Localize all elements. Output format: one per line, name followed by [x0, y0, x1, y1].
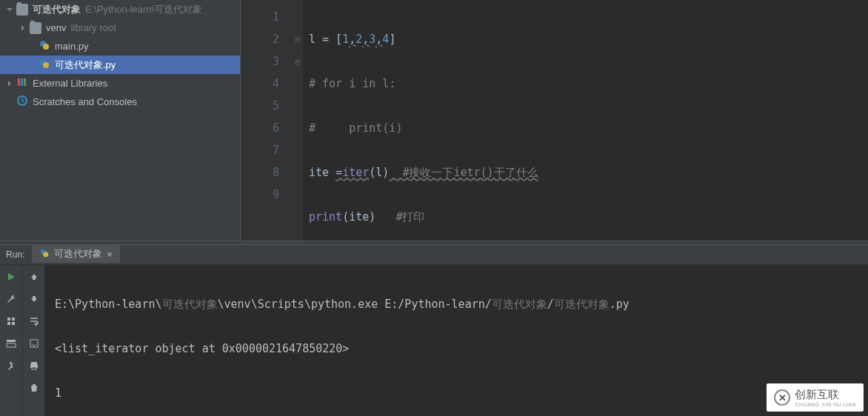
- svg-rect-6: [24, 78, 26, 86]
- console-line: E:\Python-learn\可迭代对象\venv\Scripts\pytho…: [55, 293, 858, 315]
- venv-label: venv: [46, 22, 66, 33]
- gutter-fold-marks[interactable]: ⊟ ⊟: [293, 0, 303, 241]
- watermark-text: 创新互联: [795, 388, 856, 402]
- console-line: <list_iterator object at 0x0000021647850…: [55, 338, 858, 360]
- python-file-icon: [39, 248, 50, 261]
- watermark: ✕ 创新互联 CHUANG XIN HU LIAN: [767, 383, 864, 412]
- line-gutter: 123456789: [241, 0, 293, 241]
- run-toolbar-left: [0, 265, 22, 416]
- svg-point-1: [43, 44, 49, 50]
- console-output[interactable]: E:\Python-learn\可迭代对象\venv\Scripts\pytho…: [44, 265, 868, 416]
- folder-icon: [16, 4, 28, 16]
- svg-rect-12: [7, 322, 10, 325]
- libraries-icon: [16, 76, 28, 90]
- svg-rect-4: [18, 78, 20, 86]
- tree-file-main[interactable]: main.py: [0, 37, 240, 56]
- watermark-logo-icon: ✕: [774, 389, 790, 406]
- file-main-label: main.py: [55, 41, 89, 52]
- dots-icon[interactable]: [5, 315, 17, 327]
- chevron-right-icon[interactable]: [18, 24, 28, 32]
- scratch-icon: [16, 95, 28, 109]
- chevron-right-icon[interactable]: [4, 80, 15, 87]
- run-tab-label: 可迭代对象: [54, 247, 102, 261]
- svg-rect-11: [12, 318, 15, 321]
- chevron-down-icon[interactable]: [4, 6, 15, 13]
- fold-start-icon[interactable]: ⊟: [293, 28, 303, 50]
- root-folder-path: E:\Python-learn\可迭代对象: [85, 3, 202, 16]
- up-arrow-icon[interactable]: [28, 271, 40, 283]
- run-tab[interactable]: 可迭代对象 ×: [32, 245, 120, 264]
- console-line: 1: [55, 382, 858, 404]
- scratch-label: Scratches and Consoles: [33, 96, 137, 107]
- wrench-icon[interactable]: [5, 293, 17, 305]
- code-area[interactable]: l = [1,2,3,4] # for i in l: # print(i) i…: [303, 0, 868, 241]
- root-folder-name: 可迭代对象: [33, 3, 81, 16]
- code-editor[interactable]: 123456789 ⊟ ⊟ l = [1,2,3,4] # for i in l…: [240, 0, 868, 241]
- close-icon[interactable]: ×: [107, 249, 113, 260]
- tree-scratches[interactable]: Scratches and Consoles: [0, 93, 240, 111]
- code-line: ite =iter(l) #接收一下ietr()干了什么: [309, 161, 868, 184]
- svg-rect-15: [7, 343, 16, 347]
- svg-rect-17: [31, 362, 37, 364]
- tree-external-libs[interactable]: External Libraries: [0, 74, 240, 93]
- svg-rect-14: [7, 340, 16, 342]
- svg-point-9: [44, 252, 49, 257]
- run-toolbar-right: [22, 265, 44, 416]
- run-icon[interactable]: [5, 271, 17, 283]
- code-line: print(ite) #打印: [309, 206, 868, 228]
- tree-venv[interactable]: venv library root: [0, 19, 240, 37]
- trash-icon[interactable]: [28, 382, 40, 394]
- python-file-icon: [39, 39, 50, 53]
- code-line: # for i in l:: [309, 73, 868, 95]
- python-file-icon: [39, 58, 50, 72]
- run-tabs-header: Run: 可迭代对象 ×: [0, 245, 868, 265]
- svg-rect-5: [21, 78, 23, 86]
- code-line: # print(i): [309, 117, 868, 139]
- run-header-label: Run:: [0, 249, 32, 260]
- print-icon[interactable]: [28, 360, 40, 372]
- folder-icon: [30, 22, 41, 34]
- svg-rect-13: [12, 322, 15, 325]
- venv-tag: library root: [70, 22, 116, 33]
- svg-rect-19: [32, 367, 36, 369]
- ext-lib-label: External Libraries: [33, 78, 107, 89]
- svg-rect-10: [7, 318, 10, 321]
- soft-wrap-icon[interactable]: [28, 315, 40, 327]
- fold-end-icon[interactable]: ⊟: [293, 50, 303, 73]
- down-arrow-icon[interactable]: [28, 293, 40, 305]
- scroll-end-icon[interactable]: [28, 338, 40, 349]
- pin-icon[interactable]: [5, 360, 17, 372]
- run-panel: Run: 可迭代对象 × E:\Python-learn\可迭代对象\venv\…: [0, 244, 868, 416]
- layout-icon[interactable]: [5, 338, 17, 349]
- svg-point-3: [43, 62, 49, 68]
- watermark-sub: CHUANG XIN HU LIAN: [795, 402, 856, 407]
- file-iter-label: 可迭代对象.py: [55, 58, 116, 72]
- project-tree[interactable]: 可迭代对象 E:\Python-learn\可迭代对象 venv library…: [0, 0, 240, 241]
- tree-file-iter[interactable]: 可迭代对象.py: [0, 56, 240, 74]
- code-line: l = [1,2,3,4]: [309, 28, 868, 50]
- tree-root[interactable]: 可迭代对象 E:\Python-learn\可迭代对象: [0, 0, 240, 19]
